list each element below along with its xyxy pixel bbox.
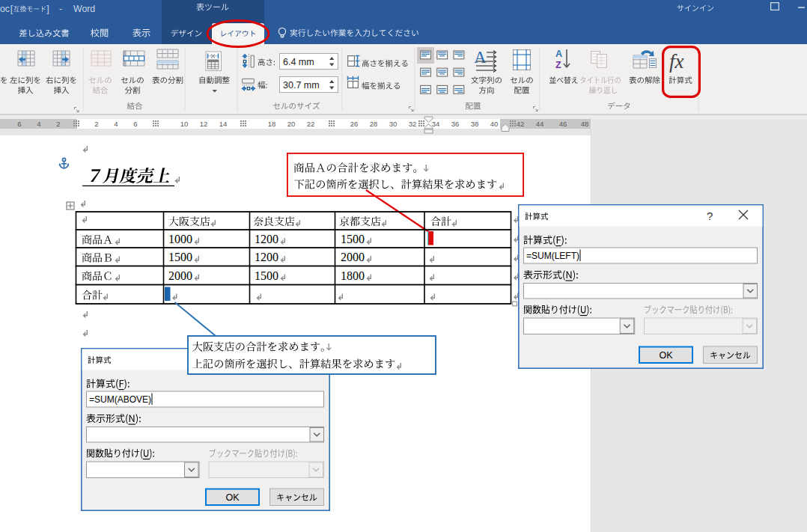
svg-text:1800: 1800: [341, 269, 365, 282]
svg-text:=SUM(LEFT): =SUM(LEFT): [526, 251, 579, 261]
svg-text:Z: Z: [555, 60, 561, 70]
svg-text:46: 46: [559, 120, 567, 128]
svg-text:26: 26: [350, 120, 359, 128]
svg-text:42: 42: [517, 120, 525, 128]
svg-text:Word: Word: [73, 4, 95, 14]
svg-text:1500: 1500: [255, 269, 278, 282]
svg-text:6.4 mm: 6.4 mm: [283, 57, 314, 67]
svg-text:2000: 2000: [341, 251, 365, 263]
svg-text:36: 36: [451, 120, 460, 128]
svg-text:2: 2: [56, 120, 60, 128]
svg-text:32: 32: [409, 120, 417, 128]
svg-text:OK: OK: [659, 350, 673, 361]
svg-text:30.7 mm: 30.7 mm: [283, 80, 320, 91]
svg-text:A: A: [474, 48, 487, 67]
svg-text:]: ]: [46, 4, 49, 14]
svg-text:2: 2: [94, 120, 98, 128]
svg-text:1000: 1000: [168, 233, 192, 245]
svg-text:=SUM(ABOVE): =SUM(ABOVE): [89, 394, 151, 405]
svg-text:12: 12: [200, 120, 208, 128]
svg-text:40: 40: [490, 120, 499, 128]
svg-text:oc: oc: [0, 4, 10, 14]
svg-text:1500: 1500: [341, 233, 365, 245]
svg-text:6: 6: [133, 120, 137, 128]
svg-text:48: 48: [581, 120, 589, 128]
svg-text:30: 30: [389, 120, 398, 128]
svg-text:20: 20: [287, 120, 296, 128]
svg-text:44: 44: [536, 120, 544, 128]
svg-text:38: 38: [471, 120, 479, 128]
svg-text:34: 34: [432, 120, 440, 128]
svg-text:1200: 1200: [255, 251, 278, 263]
svg-text:A: A: [555, 49, 562, 59]
svg-text:14: 14: [219, 120, 228, 128]
svg-text:6: 6: [17, 120, 21, 128]
svg-text:1200: 1200: [255, 233, 278, 245]
svg-text:-: -: [59, 4, 62, 14]
svg-text:?: ?: [707, 210, 713, 222]
svg-text:28: 28: [370, 120, 378, 128]
svg-text:18: 18: [268, 120, 276, 128]
svg-text:[: [: [10, 4, 13, 14]
svg-text:22: 22: [307, 120, 315, 128]
svg-text:OK: OK: [225, 492, 240, 503]
svg-text:1500: 1500: [168, 251, 192, 263]
svg-text:fx: fx: [669, 50, 684, 73]
svg-text:4: 4: [114, 120, 118, 128]
svg-text:2000: 2000: [168, 269, 192, 282]
svg-text:10: 10: [180, 120, 189, 128]
svg-text:4: 4: [37, 120, 40, 128]
